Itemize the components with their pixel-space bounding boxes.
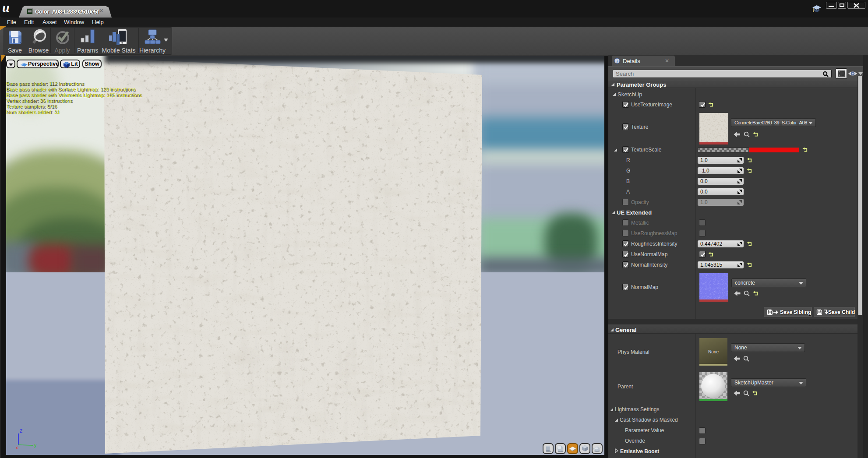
svg-text:Z: Z: [20, 429, 22, 433]
svg-text:x: x: [16, 445, 18, 449]
svg-text:y: y: [34, 443, 36, 448]
